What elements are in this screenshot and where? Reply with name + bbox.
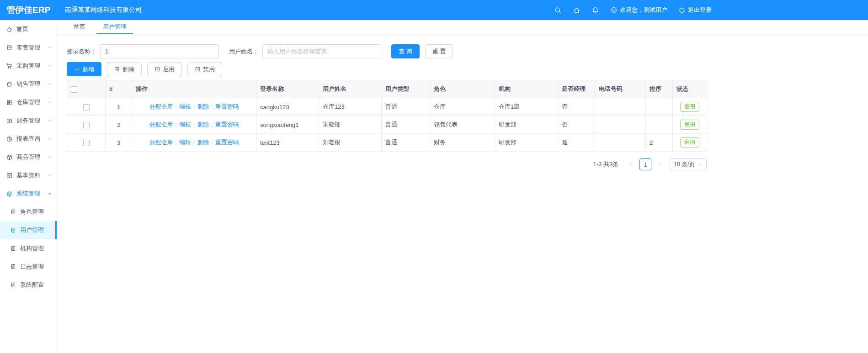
col-header-org: 机构 [495,80,558,98]
welcome-text: 欢迎您，测试用户 [620,6,667,14]
cell-phone [595,116,646,134]
row-checkbox[interactable] [83,140,90,146]
check-square-icon [154,66,160,72]
gear-icon [6,190,13,197]
sidebar-item-user-management[interactable]: 用户管理 [0,221,57,239]
top-bar-actions: 欢迎您，测试用户 退出登录 [554,6,712,14]
sidebar-item-retail[interactable]: 零售管理 [0,38,57,57]
col-header-phone: 电话号码 [595,80,646,98]
col-header-role: 角色 [430,80,495,98]
company-name: 南通某某网络科技有限公司 [65,6,142,14]
home-icon[interactable] [573,6,580,14]
sidebar-item-label: 零售管理 [16,43,43,52]
cell-role: 仓库 [430,98,495,116]
sidebar-item-purchase[interactable]: 采购管理 [0,57,57,75]
search-button[interactable]: 查 询 [391,44,420,58]
select-all-checkbox[interactable] [71,86,77,93]
pagination: 1-3 共3条 1 10 条/页 [67,158,707,170]
delete-link[interactable]: 删除 [197,103,209,110]
login-name-input[interactable] [100,44,219,58]
tab-user-management[interactable]: 用户管理 [96,20,133,34]
login-name-label: 登录名称： [67,47,96,56]
filter-bar: 登录名称： 用户姓名： 查 询 重 置 [67,44,859,58]
tab-home[interactable]: 首页 [67,20,92,34]
reset-button[interactable]: 重 置 [425,44,453,58]
link-separator: | [211,139,213,146]
table-header-row: # 操作 登录名称 用户姓名 用户类型 角色 机构 是否经理 电话号码 排序 状… [67,80,707,98]
edit-link[interactable]: 编辑 [179,139,191,146]
col-header-actions: 操作 [132,80,256,98]
reset-password-link[interactable]: 重置密码 [215,139,239,146]
cell-sort [646,116,673,134]
table-row: 1 分配仓库|编辑|删除|重置密码 cangku123 仓库123 普通 仓库 … [67,98,707,116]
assign-warehouse-link[interactable]: 分配仓库 [149,139,173,146]
col-header-index: # [106,80,132,98]
chevron-down-icon [698,162,703,167]
sidebar-item-finance[interactable]: 财务管理 [0,111,57,130]
power-icon [678,6,686,14]
app-logo[interactable]: 管伊佳ERP [0,4,58,16]
sidebar-item-products[interactable]: 商品管理 [0,148,57,166]
reset-password-link[interactable]: 重置密码 [215,103,239,110]
assign-warehouse-link[interactable]: 分配仓库 [149,121,173,128]
action-toolbar: 新增 删除 启用 禁用 [67,62,859,76]
document-icon [10,282,16,288]
sidebar-item-basic-data[interactable]: 基本资料 [0,166,57,184]
status-badge[interactable]: 启用 [680,120,699,130]
sidebar-item-label: 系统配置 [20,281,44,289]
cell-index: 2 [106,116,132,134]
cell-sort [646,98,673,116]
sidebar-item-org-management[interactable]: 机构管理 [0,239,57,258]
delete-link[interactable]: 删除 [197,139,209,146]
edit-link[interactable]: 编辑 [179,121,191,128]
delete-button[interactable]: 删除 [107,62,142,76]
chevron-down-icon [47,63,53,69]
sidebar-item-log-management[interactable]: 日志管理 [0,258,57,276]
next-page-button[interactable] [655,158,666,170]
sidebar-item-label: 销售管理 [16,80,43,88]
status-badge[interactable]: 启用 [680,102,699,112]
assign-warehouse-link[interactable]: 分配仓库 [149,103,173,110]
row-checkbox[interactable] [83,104,90,111]
add-button[interactable]: 新增 [67,62,101,76]
main-content: 首页 用户管理 登录名称： 用户姓名： 查 询 重 置 新增 [57,20,868,353]
sidebar-item-sales[interactable]: 销售管理 [0,75,57,93]
sidebar-item-warehouse[interactable]: 仓库管理 [0,93,57,111]
logout-label: 退出登录 [688,6,712,14]
status-badge[interactable]: 启用 [680,137,699,148]
cell-user-name: 仓库123 [319,98,382,116]
chevron-down-icon [47,172,53,179]
cart-icon [6,63,13,69]
cell-login-name: songxiaofeng1 [256,116,319,134]
sidebar-item-role-management[interactable]: 角色管理 [0,203,57,221]
sidebar-item-reports[interactable]: 报表查询 [0,130,57,148]
user-table: # 操作 登录名称 用户姓名 用户类型 角色 机构 是否经理 电话号码 排序 状… [67,80,707,152]
delete-link[interactable]: 删除 [197,121,209,128]
page-size-select[interactable]: 10 条/页 [670,158,707,170]
cell-user-name: 刘老根 [319,134,382,152]
add-button-label: 新增 [82,65,94,74]
current-page-button[interactable]: 1 [639,158,651,170]
prev-page-button[interactable] [625,158,636,170]
cell-user-type: 普通 [382,116,430,134]
disable-button[interactable]: 禁用 [187,62,222,76]
box-icon [6,154,13,161]
top-bar-inner: 管伊佳ERP 南通某某网络科技有限公司 欢迎您，测试用户 [0,0,715,20]
search-icon[interactable] [554,6,562,14]
bell-icon[interactable] [591,6,599,14]
cell-org: 仓库1部 [495,98,558,116]
user-name-input[interactable] [262,44,381,58]
reset-password-link[interactable]: 重置密码 [215,121,239,128]
row-checkbox[interactable] [83,122,90,128]
chevron-down-icon [47,117,53,124]
user-menu[interactable]: 欢迎您，测试用户 [610,6,667,14]
sidebar-item-system[interactable]: 系统管理 [0,184,57,203]
cell-phone [595,98,646,116]
cell-login-name: cangku123 [256,98,319,116]
enable-button[interactable]: 启用 [147,62,182,76]
cell-user-type: 普通 [382,134,430,152]
sidebar-item-home[interactable]: 首页 [0,20,57,38]
sidebar-item-system-config[interactable]: 系统配置 [0,276,57,294]
edit-link[interactable]: 编辑 [179,103,191,110]
logout-button[interactable]: 退出登录 [678,6,712,14]
